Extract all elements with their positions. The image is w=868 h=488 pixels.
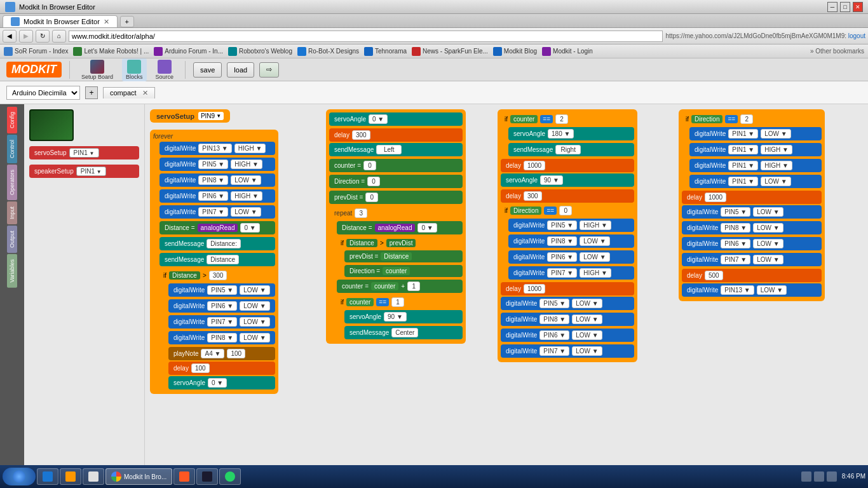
dw-pin8-low: digitalWrite PIN8 ▼ LOW ▼ (508, 234, 634, 248)
tab-close-btn[interactable]: ✕ (142, 89, 148, 97)
if-counter-1: if counter == 1 (337, 295, 463, 309)
direction-counter: Direction = counter (344, 265, 463, 277)
address-input[interactable] (69, 30, 663, 42)
left-sidebar: Config Control Operators Input Output Va… (0, 104, 24, 465)
minimize-btn[interactable]: ─ (827, 2, 837, 12)
servo-pin-select[interactable]: PIN1 ▼ (69, 148, 99, 158)
dw-pin7-low3: digitalWrite PIN7 ▼ LOW ▼ (682, 253, 822, 266)
maximize-btn[interactable]: □ (840, 2, 850, 12)
add-tab-btn[interactable]: + (85, 86, 98, 99)
repeat-block: repeat 3 (329, 207, 463, 220)
dw-pin6-low2: digitalWrite PIN6 ▼ LOW ▼ (501, 329, 634, 342)
board-select[interactable]: Arduino Diecimila (6, 86, 80, 100)
forward-btn[interactable]: ▶ (19, 30, 33, 43)
sidebar-tab-variables[interactable]: Variables (7, 254, 17, 288)
bookmark-news[interactable]: News - SparkFun Ele... (412, 47, 488, 56)
blocks-btn[interactable]: Blocks (122, 58, 147, 81)
system-clock: 8:46 PM (842, 472, 865, 481)
dw-pin5-low2: digitalWrite PIN5 ▼ LOW ▼ (501, 297, 634, 310)
canvas-area: servoSetup PIN9 ▼ forever digitalWrite P… (145, 104, 868, 465)
dw-block-4: digitalWrite PIN6 ▼ HIGH ▼ (159, 189, 275, 203)
https-info: https://me.yahoo.com/a/J2LMdGoDne0fb5mjB… (665, 32, 865, 39)
taskbar-paint[interactable] (173, 468, 195, 485)
bookmark-robotx[interactable]: Ro-Bot-X Designs (297, 47, 359, 56)
save-btn[interactable]: save (193, 62, 222, 78)
taskbar-ie[interactable] (37, 468, 58, 485)
other-bookmarks[interactable]: » Other bookmarks (810, 48, 864, 55)
sidebar-tab-control[interactable]: Control (7, 135, 17, 163)
dw-block-5: digitalWrite PIN7 ▼ LOW ▼ (159, 205, 275, 219)
tab-close-icon[interactable]: ✕ (104, 18, 109, 26)
speaker-pin-select[interactable]: PIN1 ▼ (76, 166, 106, 176)
workspace: Config Control Operators Input Output Va… (0, 104, 868, 465)
delay-300: delay 300 (329, 128, 463, 142)
sidebar-tab-operators[interactable]: Operators (7, 165, 17, 200)
sidebar-tab-output[interactable]: Output (7, 226, 17, 253)
if-direction-2: if Direction == 2 (682, 112, 822, 126)
taskbar-notepad[interactable] (83, 468, 104, 485)
dw-pin5-high: digitalWrite PIN5 ▼ HIGH ▼ (508, 219, 634, 232)
upload-btn[interactable]: ⇨ (259, 62, 279, 78)
system-icons (801, 471, 837, 482)
taskbar-explorer[interactable] (60, 468, 81, 485)
taskbar-chrome[interactable]: Modkit In Bro... (105, 468, 172, 485)
delay-block-1: delay 100 (168, 362, 275, 375)
bookmark-lmr[interactable]: Let's Make Robots! | ... (73, 47, 149, 56)
tab-title: Modkit In Browser Editor (24, 18, 100, 25)
dw-inner-2: digitalWrite PIN6 ▼ LOW ▼ (168, 299, 275, 313)
setup-board-btn[interactable]: Setup Board (78, 58, 117, 81)
dw-inner-3: digitalWrite PIN7 ▼ LOW ▼ (168, 315, 275, 329)
send-msg-2: sendMessage Distance (159, 253, 275, 266)
second-toolbar: Arduino Diecimila + compact ✕ (0, 81, 868, 104)
servo-angle-inner: servoAngle 0 ▼ (168, 376, 275, 390)
windows-logo-icon (13, 470, 25, 483)
bookmark-tehnorama[interactable]: Tehnorama (364, 47, 407, 56)
bookmark-robotxro[interactable]: Robotxro's Weblog (228, 47, 292, 56)
components-panel: servoSetup PIN1 ▼ speakerSetup PIN1 ▼ (24, 104, 145, 465)
dw-pin6-low: digitalWrite PIN6 ▼ LOW ▼ (508, 250, 634, 264)
speaker-setup-comp: speakerSetup PIN1 ▼ (29, 165, 139, 178)
sidebar-tab-config[interactable]: Config (7, 107, 17, 133)
sidebar-tab-input[interactable]: Input (7, 201, 17, 224)
dw-pin8-low2: digitalWrite PIN8 ▼ LOW ▼ (501, 313, 634, 326)
home-btn[interactable]: ⌂ (52, 30, 66, 43)
col3-group: if counter == 2 servoAngle 180 ▼ sendMes… (498, 109, 637, 362)
if-distance-block: if Distance > 300 (159, 269, 275, 282)
bookmark-arduino[interactable]: Arduino Forum - In... (154, 47, 223, 56)
title-bar: Modkit In Browser Editor ─ □ ✕ (0, 0, 868, 14)
back-btn[interactable]: ◀ (3, 30, 17, 43)
dw-pin13-low: digitalWrite PIN13 ▼ LOW ▼ (682, 283, 822, 297)
dist-analogread: Distance = analogRead 0 ▼ (337, 221, 463, 234)
browser-tab[interactable]: Modkit In Browser Editor ✕ (3, 15, 118, 27)
source-btn[interactable]: Source (152, 58, 178, 81)
taskbar-steam[interactable] (196, 468, 218, 485)
servo-90-2: servoAngle 90 ▼ (501, 173, 634, 187)
distance-block: Distance = analogRead 0 ▼ (159, 221, 275, 234)
start-button[interactable] (3, 468, 36, 485)
close-btn[interactable]: ✕ (853, 2, 863, 12)
app-toolbar: MODKIT Setup Board Blocks Source save lo… (0, 58, 868, 81)
bookmark-modkit-login[interactable]: Modkit - Login (542, 47, 593, 56)
dw-pin7-low2: digitalWrite PIN7 ▼ LOW ▼ (501, 344, 634, 358)
network-icon (801, 471, 811, 482)
bookmark-modkit-blog[interactable]: Modkit Blog (493, 47, 537, 56)
logout-link[interactable]: logout (848, 32, 865, 39)
taskbar-whatsapp[interactable] (219, 468, 241, 485)
taskbar-right: 8:46 PM (801, 471, 865, 482)
dw-block-3: digitalWrite PIN8 ▼ LOW ▼ (159, 173, 275, 187)
dw-pin8-low3: digitalWrite PIN8 ▼ LOW ▼ (682, 221, 822, 234)
servo-pin-dropdown[interactable]: PIN9 ▼ (198, 112, 224, 120)
dw-pin1-low2: digitalWrite PIN1 ▼ LOW ▼ (689, 175, 822, 188)
prevdist-dist: prevDist = Distance (344, 250, 463, 262)
compact-tab[interactable]: compact ✕ (103, 87, 155, 98)
send-center: sendMessage Center (344, 326, 463, 339)
send-right: sendMessage Right (508, 143, 634, 156)
dw-block-2: digitalWrite PIN5 ▼ HIGH ▼ (159, 158, 275, 171)
new-tab-btn[interactable]: + (120, 16, 134, 27)
load-btn[interactable]: load (227, 62, 254, 78)
send-left: sendMessage Left (329, 143, 463, 156)
refresh-btn[interactable]: ↻ (36, 30, 50, 43)
dw-block-1: digitalWrite PIN13 ▼ HIGH ▼ (159, 142, 275, 155)
bookmark-sor[interactable]: SoR Forum - Index (4, 47, 68, 56)
taskbar: Modkit In Bro... 8:46 PM (0, 465, 868, 488)
